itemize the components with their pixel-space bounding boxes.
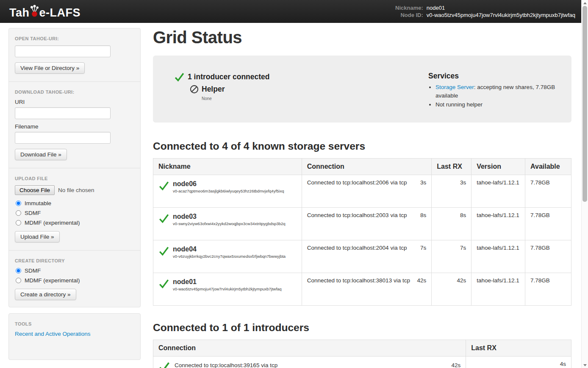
storage-servers-header-row: Nickname Connection Last RX Version Avai… <box>153 158 571 175</box>
check-icon <box>174 72 185 82</box>
connection-cell: Connected to tcp:localhost:2004 via tcp7… <box>302 240 432 273</box>
tools-label: TOOLS <box>15 321 134 326</box>
connection-age: 42s <box>451 361 460 368</box>
upload-format-immutable[interactable]: Immutable <box>15 200 134 206</box>
introducers-table: Connection Last RX Connected to tcp:loca… <box>153 340 571 368</box>
nickname-cell: node06 v0-acaz7qptmeo6m3asjlgkb6iwlyuqey… <box>153 175 302 207</box>
section-divider <box>9 250 140 251</box>
nickname-cell: node01 v0-wao5tzv45pmoju47jow7rvl4ukirjm… <box>153 273 302 305</box>
mkdir-format-sdmf[interactable]: SDMF <box>15 268 134 274</box>
helper-title: Helper <box>202 85 225 94</box>
services-title: Services <box>428 72 561 81</box>
view-file-button[interactable]: View File or Directory » <box>15 62 85 74</box>
available-cell: 7.78GB <box>525 175 571 207</box>
connection-text: Connected to tcp:localhost:2003 via tcp <box>307 212 407 218</box>
filename-field-label: Filename <box>15 123 134 130</box>
version-cell: tahoe-lafs/1.12.1 <box>472 240 525 273</box>
tools-panel: TOOLS Recent and Active Operations <box>8 313 141 360</box>
sidebar-forms-panel: OPEN TAHOE-URI: View File or Directory »… <box>8 28 141 307</box>
download-filename-input[interactable] <box>15 132 111 144</box>
file-chosen-status: No file chosen <box>58 187 94 193</box>
mkdir-format-mdmf[interactable]: MDMF (experimental) <box>15 277 134 284</box>
connection-text: Connected to tcp:localhost:2004 via tcp <box>307 245 407 251</box>
version-cell: tahoe-lafs/1.12.1 <box>472 175 525 207</box>
table-row: node04 v0-v6zuyjkbrrkqy2bvc2cny7qwax5sxu… <box>153 240 571 273</box>
logo-text-prefix: Tah <box>9 7 30 19</box>
connection-text: Connected to tcp:localhost:39165 via tcp <box>175 361 447 368</box>
download-file-button[interactable]: Download File » <box>15 149 67 160</box>
nickname-cell: node03 v0-swny2viyw63ofxwi4x2yykd2woqjbp… <box>153 207 302 240</box>
connection-age: 42s <box>417 277 427 284</box>
col-nickname: Nickname <box>153 158 302 175</box>
upload-format-immutable-radio[interactable] <box>16 201 21 206</box>
service-item-helper: Not running helper <box>435 100 561 109</box>
connection-age: 7s <box>420 245 426 251</box>
storage-servers-table: Nickname Connection Last RX Version Avai… <box>153 158 571 306</box>
server-nickname: node04 <box>158 245 297 253</box>
nickname-value: node01 <box>427 5 575 11</box>
last-rx-cell: 42s <box>432 273 472 305</box>
helper-service-text: Not running helper <box>435 101 483 108</box>
upload-format-mdmf-label: MDMF (experimental) <box>25 220 80 226</box>
recent-operations-link[interactable]: Recent and Active Operations <box>15 331 91 337</box>
helper-status: Helper None <box>190 85 428 101</box>
check-icon <box>158 213 169 224</box>
server-nickname: node03 <box>158 212 297 220</box>
not-available-icon <box>190 85 199 94</box>
upload-format-mdmf[interactable]: MDMF (experimental) <box>15 220 134 226</box>
scroll-down-arrow[interactable] <box>582 362 588 368</box>
upload-file-button[interactable]: Upload File » <box>15 231 60 243</box>
service-item-storage: Storage Server: accepting new shares, 7.… <box>435 83 561 100</box>
nickname-label: Nickname: <box>395 5 423 11</box>
col-connection: Connection <box>153 340 466 356</box>
node-id-value: v0-wao5tzv45pmoju47jow7rvl4ukirjm5ytbh2k… <box>427 12 575 18</box>
last-rx-cell: 7s <box>432 240 472 273</box>
check-icon <box>158 278 169 289</box>
open-uri-input[interactable] <box>15 45 111 57</box>
connection-cell: Connected to tcp:localhost:2006 via tcp3… <box>302 175 432 207</box>
node-identity: Nickname: node01 Node ID: v0-wao5tzv45pm… <box>395 5 575 18</box>
storage-server-link[interactable]: Storage Server <box>435 84 474 90</box>
node-id-label: Node ID: <box>395 12 423 18</box>
file-picker: Choose File No file chosen <box>15 185 134 195</box>
helper-value: None <box>202 96 428 101</box>
introducers-heading: Connected to 1 of 1 introducers <box>153 322 571 334</box>
table-row: node06 v0-acaz7qptmeo6m3asjlgkb6iwlyuqey… <box>153 175 571 207</box>
mkdir-format-mdmf-radio[interactable] <box>16 278 21 283</box>
server-nodeid: v0-v6zuyjkbrrkqy2bvc2cny7qwax5sxumedsxfz… <box>158 253 297 260</box>
server-nickname: node01 <box>158 277 297 286</box>
scrollbar-thumb[interactable] <box>582 6 587 202</box>
services-summary: Services Storage Server: accepting new s… <box>428 72 563 110</box>
section-divider <box>9 168 140 168</box>
server-nodeid: v0-swny2viyw63ofxwi4x2yykd2woqjbpx3cw34x… <box>158 220 297 227</box>
connection-text: Connected to tcp:localhost:38013 via tcp <box>307 277 410 284</box>
col-last-rx: Last RX <box>466 340 571 356</box>
col-connection: Connection <box>302 158 432 175</box>
mkdir-format-sdmf-label: SDMF <box>25 268 41 274</box>
server-nodeid: v0-wao5tzv45pmoju47jow7rvl4ukirjm5ytbh2k… <box>158 286 297 293</box>
create-directory-button[interactable]: Create a directory » <box>15 289 76 300</box>
download-uri-input[interactable] <box>15 107 111 119</box>
vertical-scrollbar[interactable] <box>581 0 588 368</box>
page-title: Grid Status <box>153 28 571 47</box>
version-cell: tahoe-lafs/1.12.1 <box>472 273 525 305</box>
nickname-cell: node04 v0-v6zuyjkbrrkqy2bvc2cny7qwax5sxu… <box>153 240 302 273</box>
upload-format-sdmf[interactable]: SDMF <box>15 210 134 216</box>
upload-format-mdmf-radio[interactable] <box>16 220 21 226</box>
connection-age: 8s <box>420 212 426 218</box>
connection-cell: Connected to tcp:localhost:2003 via tcp8… <box>302 207 432 240</box>
upload-format-sdmf-radio[interactable] <box>16 210 21 216</box>
introducers-header-row: Connection Last RX <box>153 340 571 356</box>
download-uri-label: DOWNLOAD TAHOE-URI: <box>15 89 134 95</box>
uri-field-label: URI <box>15 99 134 105</box>
choose-file-button[interactable]: Choose File <box>15 185 55 195</box>
sidebar: OPEN TAHOE-URI: View File or Directory »… <box>8 28 141 366</box>
upload-format-immutable-label: Immutable <box>25 200 51 206</box>
grid-status-summary: 1 introducer connected Helper None Servi… <box>153 56 571 123</box>
mkdir-format-sdmf-radio[interactable] <box>16 268 21 273</box>
top-bar: Tah e-LAFS Nickname: node01 Node ID: v0-… <box>0 0 581 23</box>
check-icon <box>158 180 169 191</box>
scroll-up-arrow[interactable] <box>582 0 588 6</box>
introducer-status-text: 1 introducer connected <box>188 72 270 81</box>
table-row: Connected to tcp:localhost:39165 via tcp… <box>153 356 571 368</box>
